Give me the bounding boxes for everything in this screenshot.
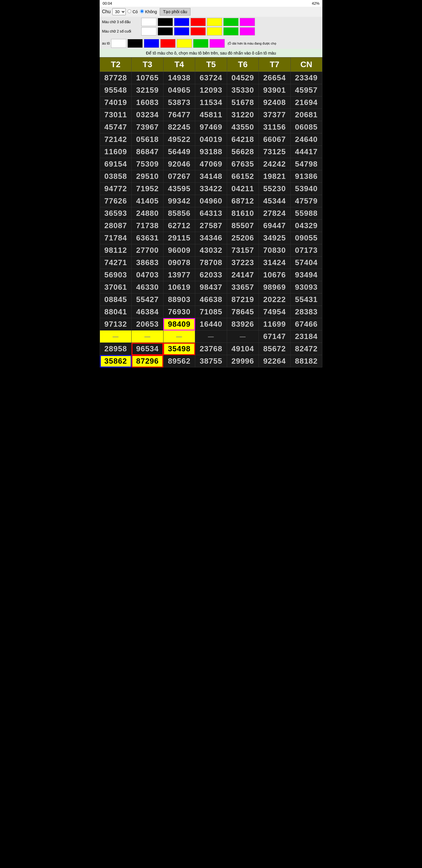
table-cell[interactable]: 31156 [259, 121, 290, 133]
table-cell[interactable]: 27587 [195, 220, 227, 232]
color-swatch-white-3[interactable] [141, 18, 157, 26]
table-cell[interactable]: 78708 [195, 256, 227, 269]
table-cell[interactable]: 38755 [195, 355, 227, 367]
table-row[interactable]: 45747739678224597469435503115606085 [100, 121, 322, 133]
table-cell[interactable]: 46384 [132, 306, 163, 318]
khong-radio[interactable] [140, 9, 144, 13]
table-cell[interactable]: 93494 [290, 269, 322, 281]
color-swatch-black-2[interactable] [158, 27, 173, 35]
table-cell[interactable]: 28087 [100, 220, 132, 232]
table-cell[interactable]: 34346 [195, 232, 227, 244]
table-cell[interactable]: 70830 [259, 244, 290, 256]
table-cell[interactable]: 66067 [259, 133, 290, 146]
color-swatch-yellow-2[interactable] [207, 27, 222, 35]
table-cell[interactable]: 71085 [195, 306, 227, 318]
table-cell[interactable]: 69154 [100, 158, 132, 170]
table-cell[interactable]: 41405 [132, 195, 163, 207]
table-cell[interactable]: 37223 [227, 256, 258, 269]
table-cell[interactable]: — [132, 331, 163, 343]
color-swatch-magenta-2[interactable] [240, 27, 255, 35]
table-cell[interactable]: 62033 [195, 269, 227, 281]
table-cell[interactable]: 98409 [163, 318, 195, 331]
table-row[interactable]: 03858295100726734148661521982191386 [100, 170, 322, 183]
color-swatch-magenta-3[interactable] [240, 18, 255, 26]
table-cell[interactable]: 11609 [100, 146, 132, 158]
color-swatch-red-3[interactable] [191, 18, 206, 26]
table-row[interactable]: 28958965343549823768491048567282472 [100, 343, 322, 355]
table-cell[interactable]: 88903 [163, 293, 195, 306]
table-cell[interactable]: 81610 [227, 207, 258, 220]
table-cell[interactable]: 56449 [163, 146, 195, 158]
table-cell[interactable]: 09078 [163, 256, 195, 269]
table-cell[interactable]: 11699 [259, 318, 290, 331]
table-cell[interactable]: 12093 [195, 84, 227, 96]
table-cell[interactable]: 63631 [132, 232, 163, 244]
table-cell[interactable]: 53940 [290, 183, 322, 195]
table-cell[interactable]: 43550 [227, 121, 258, 133]
table-cell[interactable]: 23184 [290, 331, 322, 343]
table-cell[interactable]: 96009 [163, 244, 195, 256]
table-cell[interactable]: 13977 [163, 269, 195, 281]
table-cell[interactable]: 34148 [195, 170, 227, 183]
table-row[interactable]: 56903047031397762033241471067693494 [100, 269, 322, 281]
table-cell[interactable]: 33657 [227, 281, 258, 293]
color-swatch-green-3[interactable] [223, 18, 238, 26]
table-cell[interactable]: 04529 [227, 72, 258, 84]
table-cell[interactable]: 66152 [227, 170, 258, 183]
table-cell[interactable]: 69447 [259, 220, 290, 232]
table-cell[interactable]: 35498 [163, 343, 195, 355]
table-cell[interactable]: 49104 [227, 343, 258, 355]
table-cell[interactable]: 88182 [290, 355, 322, 367]
table-row[interactable]: 72142056184952204019642186606724640 [100, 133, 322, 146]
table-cell[interactable]: 19821 [259, 170, 290, 183]
table-cell[interactable]: 04019 [195, 133, 227, 146]
table-cell[interactable]: 55431 [290, 293, 322, 306]
table-cell[interactable]: 04965 [163, 84, 195, 96]
table-row[interactable]: 74019160835387311534516789240821694 [100, 96, 322, 109]
table-row[interactable]: 69154753099204647069676352424254798 [100, 158, 322, 170]
table-cell[interactable]: 98112 [100, 244, 132, 256]
table-cell[interactable]: 74954 [259, 306, 290, 318]
table-cell[interactable]: 53873 [163, 96, 195, 109]
table-cell[interactable]: 28383 [290, 306, 322, 318]
table-cell[interactable]: 62712 [163, 220, 195, 232]
table-cell[interactable]: 36593 [100, 207, 132, 220]
auto-swatch-magenta[interactable] [209, 39, 225, 48]
table-cell[interactable]: 16440 [195, 318, 227, 331]
table-cell[interactable]: 54798 [290, 158, 322, 170]
table-cell[interactable]: 72142 [100, 133, 132, 146]
table-cell[interactable]: 68712 [227, 195, 258, 207]
table-row[interactable]: 36593248808585664313816102782455988 [100, 207, 322, 220]
table-row[interactable]: 87728107651493863724045292665423349 [100, 72, 322, 84]
table-cell[interactable]: 47069 [195, 158, 227, 170]
table-cell[interactable]: 93188 [195, 146, 227, 158]
table-cell[interactable]: 49522 [163, 133, 195, 146]
table-cell[interactable]: 64218 [227, 133, 258, 146]
table-cell[interactable]: 44417 [290, 146, 322, 158]
table-cell[interactable]: 24640 [290, 133, 322, 146]
table-cell[interactable]: 98969 [259, 281, 290, 293]
table-cell[interactable]: 24880 [132, 207, 163, 220]
table-cell[interactable]: 98437 [195, 281, 227, 293]
table-cell[interactable]: 10765 [132, 72, 163, 84]
table-cell[interactable]: 26654 [259, 72, 290, 84]
table-cell[interactable]: 82245 [163, 121, 195, 133]
color-swatch-red-2[interactable] [191, 27, 206, 35]
table-cell[interactable]: 71738 [132, 220, 163, 232]
table-cell[interactable]: 47579 [290, 195, 322, 207]
table-cell[interactable]: 3586235 [100, 355, 132, 367]
table-cell[interactable]: 07173 [290, 244, 322, 256]
table-cell[interactable]: 20681 [290, 109, 322, 121]
table-cell[interactable]: 09055 [290, 232, 322, 244]
table-cell[interactable]: 96534 [132, 343, 163, 355]
table-cell[interactable]: 29996 [227, 355, 258, 367]
table-cell[interactable]: 56903 [100, 269, 132, 281]
auto-swatch-blue[interactable] [144, 39, 159, 48]
table-cell[interactable]: 67635 [227, 158, 258, 170]
table-cell[interactable]: 04211 [227, 183, 258, 195]
table-cell[interactable]: 76930 [163, 306, 195, 318]
table-cell[interactable]: 97132 [100, 318, 132, 331]
table-row[interactable]: 95548321590496512093353309390145957 [100, 84, 322, 96]
table-row[interactable]: 71784636312911534346252063492509055 [100, 232, 322, 244]
table-cell[interactable]: 29115 [163, 232, 195, 244]
